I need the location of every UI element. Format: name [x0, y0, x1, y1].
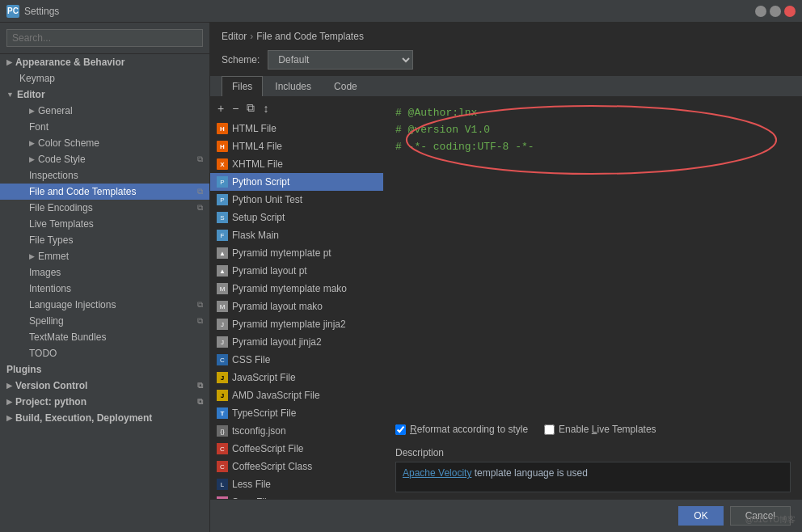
- template-item-pyramid-layout-mako[interactable]: MPyramid layout mako: [210, 298, 383, 315]
- code-line-2: # @version V1.0: [395, 122, 791, 139]
- template-item-amd-javascript-file[interactable]: JAMD JavaScript File: [210, 386, 383, 404]
- sidebar-item-code-style[interactable]: ▶ Code Style ⧉: [0, 151, 209, 167]
- move-template-button[interactable]: ↕: [260, 101, 271, 116]
- app-icon: PC: [6, 5, 19, 18]
- sidebar-item-label: Appearance & Behavior: [15, 57, 125, 68]
- template-item-javascript-file[interactable]: JJavaScript File: [210, 369, 383, 386]
- template-label: JavaScript File: [232, 372, 296, 383]
- template-label: CSS File: [232, 354, 270, 365]
- copy-icon: ⧉: [197, 381, 203, 391]
- sidebar-item-file-code-templates[interactable]: File and Code Templates ⧉: [0, 184, 209, 200]
- template-item-python-unit-test[interactable]: PPython Unit Test: [210, 191, 383, 209]
- template-item-html4-file[interactable]: HHTML4 File: [210, 137, 383, 155]
- template-item-coffeescript-file[interactable]: CCoffeeScript File: [210, 440, 383, 458]
- template-icon: X: [217, 158, 228, 170]
- sidebar-item-general[interactable]: ▶ General: [0, 103, 209, 119]
- expand-arrow: ▶: [29, 107, 35, 115]
- tab-code[interactable]: Code: [323, 76, 368, 96]
- sidebar-item-label: Live Templates: [29, 218, 94, 230]
- template-label: Pyramid mytemplate pt: [232, 247, 331, 259]
- template-item-typescript-file[interactable]: TTypeScript File: [210, 404, 383, 422]
- search-box: [0, 23, 209, 54]
- reformat-checkbox[interactable]: [395, 424, 406, 435]
- sidebar-item-todo[interactable]: TODO: [0, 345, 209, 361]
- template-item-pyramid-mytemplate-pt[interactable]: ▲Pyramid mytemplate pt: [210, 244, 383, 262]
- breadcrumb-page: File and Code Templates: [256, 31, 364, 42]
- code-text: # -*- coding:UTF-8 -*-: [395, 141, 534, 153]
- sidebar-item-label: Language Injections: [29, 299, 116, 310]
- sidebar-item-file-types[interactable]: File Types: [0, 232, 209, 248]
- minimize-button[interactable]: [755, 6, 766, 17]
- sidebar-item-editor[interactable]: ▼ Editor: [0, 87, 209, 103]
- apache-velocity-link[interactable]: Apache Velocity: [403, 467, 471, 479]
- editor-options: Reformat according to style Enable Live …: [384, 416, 802, 441]
- tab-includes[interactable]: Includes: [264, 76, 322, 96]
- sidebar-item-project-python[interactable]: ▶ Project: python ⧉: [0, 394, 209, 410]
- maximize-button[interactable]: [770, 6, 781, 17]
- live-templates-checkbox-group: Enable Live Templates: [544, 424, 656, 435]
- sidebar-item-version-control[interactable]: ▶ Version Control ⧉: [0, 378, 209, 394]
- template-item-less-file[interactable]: LLess File: [210, 475, 383, 493]
- search-input[interactable]: [6, 29, 203, 47]
- sidebar-item-textmate-bundles[interactable]: TextMate Bundles: [0, 329, 209, 345]
- template-item-coffeescript-class[interactable]: CCoffeeScript Class: [210, 458, 383, 475]
- sidebar-item-plugins[interactable]: Plugins: [0, 361, 209, 378]
- scheme-select[interactable]: Default Project: [268, 50, 413, 70]
- reformat-label[interactable]: Reformat according to style: [410, 424, 528, 435]
- sidebar-item-keymap[interactable]: Keymap: [0, 70, 209, 87]
- template-item-sass-file[interactable]: SSass File: [210, 493, 383, 499]
- sidebar-item-label: Spelling: [29, 315, 64, 327]
- sidebar-item-file-encodings[interactable]: File Encodings ⧉: [0, 200, 209, 216]
- sidebar-item-label: File and Code Templates: [29, 186, 137, 197]
- copy-template-button[interactable]: ⧉: [244, 100, 257, 116]
- sidebar-item-emmet[interactable]: ▶ Emmet: [0, 248, 209, 264]
- sidebar-item-label: Code Style: [38, 154, 86, 165]
- editor-area: # @Author:lnx # @version V1.0 # -*- codi…: [384, 97, 802, 499]
- sidebar-item-inspections[interactable]: Inspections: [0, 167, 209, 184]
- template-item-pyramid-mytemplate-mako[interactable]: MPyramid mytemplate mako: [210, 280, 383, 298]
- sidebar-item-label: TextMate Bundles: [29, 331, 106, 343]
- template-icon: M: [217, 301, 228, 312]
- template-item-pyramid-layout-pt[interactable]: ▲Pyramid layout pt: [210, 262, 383, 280]
- ok-button[interactable]: OK: [678, 506, 723, 526]
- cancel-button[interactable]: Cancel: [730, 506, 791, 526]
- copy-icon: ⧉: [197, 300, 203, 310]
- live-templates-label[interactable]: Enable Live Templates: [559, 424, 656, 435]
- expand-arrow: ▶: [6, 58, 12, 66]
- live-templates-checkbox[interactable]: [544, 424, 555, 435]
- add-template-button[interactable]: +: [215, 101, 226, 116]
- sidebar-item-intentions[interactable]: Intentions: [0, 281, 209, 297]
- breadcrumb: Editor › File and Code Templates: [210, 23, 802, 47]
- expand-arrow: ▶: [6, 382, 12, 390]
- sidebar-item-font[interactable]: Font: [0, 119, 209, 135]
- template-item-tsconfig-json[interactable]: {}tsconfig.json: [210, 422, 383, 440]
- template-item-xhtml-file[interactable]: XXHTML File: [210, 155, 383, 173]
- remove-template-button[interactable]: −: [230, 101, 241, 116]
- template-item-pyramid-layout-jinja2[interactable]: JPyramid layout jinja2: [210, 333, 383, 351]
- expand-arrow: ▶: [6, 414, 12, 422]
- template-label: Less File: [232, 479, 271, 490]
- template-item-setup-script[interactable]: SSetup Script: [210, 209, 383, 226]
- sidebar-item-language-injections[interactable]: Language Injections ⧉: [0, 297, 209, 313]
- copy-icon: ⧉: [197, 187, 203, 196]
- code-editor[interactable]: # @Author:lnx # @version V1.0 # -*- codi…: [384, 97, 802, 416]
- copy-icon: ⧉: [197, 154, 203, 164]
- template-item-html-file[interactable]: HHTML File: [210, 120, 383, 137]
- sidebar-item-spelling[interactable]: Spelling ⧉: [0, 313, 209, 329]
- bottom-bar: OK Cancel: [210, 499, 802, 532]
- template-list: HHTML FileHHTML4 FileXXHTML FilePPython …: [210, 120, 383, 499]
- code-line-1: # @Author:lnx: [395, 105, 791, 122]
- tab-files[interactable]: Files: [222, 76, 263, 96]
- close-button[interactable]: [784, 6, 796, 17]
- sidebar-item-build-exec[interactable]: ▶ Build, Execution, Deployment: [0, 410, 209, 426]
- template-item-python-script[interactable]: PPython Script: [210, 173, 383, 191]
- template-item-css-file[interactable]: CCSS File: [210, 351, 383, 369]
- template-item-flask-main[interactable]: FFlask Main: [210, 226, 383, 244]
- sidebar-item-color-scheme[interactable]: ▶ Color Scheme: [0, 135, 209, 151]
- template-item-pyramid-mytemplate-jinja2[interactable]: JPyramid mytemplate jinja2: [210, 315, 383, 333]
- sidebar-item-images[interactable]: Images: [0, 264, 209, 281]
- template-icon: ▲: [217, 247, 228, 259]
- sidebar-item-live-templates[interactable]: Live Templates: [0, 216, 209, 232]
- sidebar-item-appearance[interactable]: ▶ Appearance & Behavior: [0, 54, 209, 70]
- sidebar-item-label: Intentions: [29, 283, 71, 294]
